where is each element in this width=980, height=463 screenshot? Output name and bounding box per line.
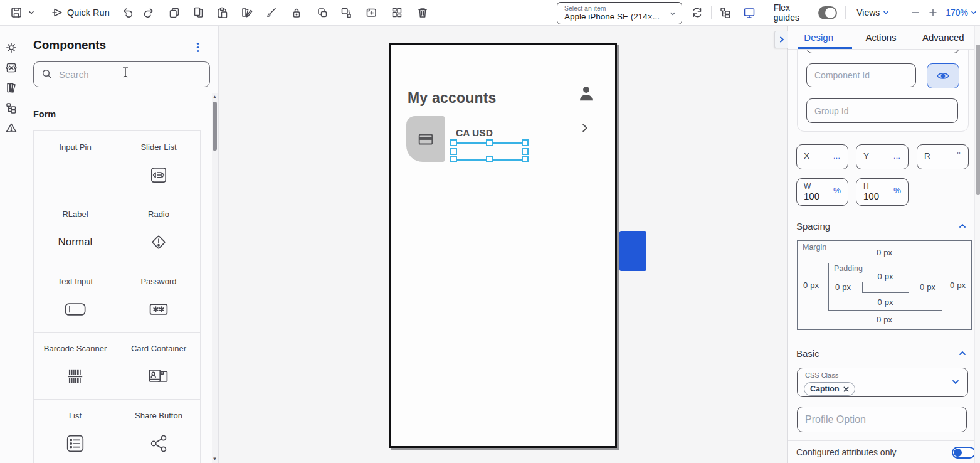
toolbar-divider [711, 6, 712, 19]
selected-element-overlay[interactable] [453, 142, 525, 161]
css-class-select[interactable]: CSS Class Caption [797, 368, 968, 397]
selection-handle[interactable] [486, 156, 493, 162]
margin-bottom-value[interactable]: 0px [798, 315, 971, 324]
padding-left-value[interactable]: 0px [835, 282, 851, 292]
panel-menu-button[interactable] [196, 42, 199, 53]
selection-handle[interactable] [450, 156, 457, 162]
account-label[interactable]: CA USD [456, 127, 493, 139]
undo-button[interactable] [119, 3, 137, 22]
components-panel: Components Form Input Pin Slider List RL… [23, 26, 219, 463]
paste-button[interactable] [213, 3, 231, 22]
selection-handle[interactable] [450, 148, 457, 155]
refresh-button[interactable] [688, 3, 706, 22]
tile-input-pin[interactable]: Input Pin [34, 131, 117, 198]
canvas-blue-block[interactable] [619, 231, 646, 271]
quick-run-button[interactable]: Quick Run [48, 3, 112, 22]
tree-view-button[interactable] [717, 3, 734, 22]
selection-handle[interactable] [522, 156, 529, 162]
spacing-collapse-button[interactable] [958, 222, 967, 230]
tile-radio[interactable]: Radio [117, 198, 201, 265]
width-field[interactable]: W 100 % [796, 178, 848, 206]
rotation-field[interactable]: R ° [917, 144, 969, 169]
save-icon [10, 6, 23, 19]
group-button[interactable] [313, 3, 331, 22]
tile-list[interactable]: List [34, 400, 117, 463]
profile-option-input[interactable] [797, 407, 967, 432]
selection-handle[interactable] [486, 139, 493, 146]
tile-slider-list[interactable]: Slider List [117, 131, 201, 198]
duplicate-button[interactable] [189, 3, 207, 22]
flex-guides-toggle[interactable] [818, 6, 838, 19]
group-id-input[interactable] [806, 98, 958, 123]
x-value: ... [833, 151, 840, 161]
tile-barcode-scanner[interactable]: Barcode Scanner [34, 333, 117, 400]
scroll-up-arrow[interactable]: ▲ [212, 94, 218, 100]
scrollbar-thumb[interactable] [976, 45, 980, 195]
components-rail-button[interactable] [5, 61, 18, 74]
padding-bottom-value[interactable]: 0px [829, 297, 942, 307]
screen-title[interactable]: My accounts [408, 90, 497, 107]
copy-button[interactable] [166, 3, 183, 22]
visibility-button[interactable] [927, 63, 959, 88]
brush-button[interactable] [262, 3, 280, 22]
y-position-field[interactable]: Y ... [856, 144, 909, 169]
tile-share-button[interactable]: Share Button [117, 400, 201, 463]
delete-button[interactable] [414, 3, 431, 22]
account-card-tile[interactable] [406, 116, 445, 162]
height-field[interactable]: H 100 % [856, 178, 909, 206]
settings-rail-button[interactable] [5, 41, 18, 54]
redo-button[interactable] [140, 3, 157, 22]
tab-actions[interactable]: Actions [850, 26, 912, 49]
device-selector[interactable]: Select an item Apple iPhone SE (214×... [557, 2, 682, 24]
zoom-level-dropdown[interactable]: 170% [943, 3, 980, 22]
panel-scrollbar[interactable]: ▲ ▼ [212, 93, 218, 463]
margin-right-value[interactable]: 0px [950, 280, 966, 290]
margin-left-value[interactable]: 0px [803, 280, 819, 290]
tile-card-container[interactable]: Card Container [117, 333, 201, 400]
tile-rlabel[interactable]: RLabel Normal [34, 198, 117, 265]
views-dropdown[interactable]: Views [854, 3, 892, 22]
margin-top-value[interactable]: 0px [798, 248, 971, 257]
scroll-down-arrow[interactable]: ▼ [212, 456, 218, 462]
chevron-right-icon[interactable] [579, 122, 591, 134]
password-icon [147, 297, 171, 321]
tab-advanced[interactable]: Advanced [912, 26, 974, 49]
save-menu-chevron[interactable] [25, 3, 38, 22]
tab-design[interactable]: Design [788, 26, 850, 49]
tile-text-input[interactable]: Text Input [34, 265, 117, 333]
hierarchy-rail-button[interactable] [5, 102, 18, 114]
padding-top-value[interactable]: 0px [829, 272, 942, 281]
tile-password[interactable]: Password [117, 265, 201, 333]
layout-button[interactable] [388, 3, 406, 22]
configured-attributes-toggle[interactable] [952, 447, 976, 459]
selection-handle[interactable] [450, 139, 457, 146]
panel-collapse-button[interactable] [774, 31, 789, 48]
warnings-rail-button[interactable] [5, 122, 18, 134]
ungroup-button[interactable] [337, 3, 355, 22]
zoom-out-button[interactable] [908, 3, 923, 22]
new-file-icon [365, 6, 377, 19]
design-canvas[interactable]: My accounts CA USD [219, 26, 787, 463]
library-rail-button[interactable] [5, 82, 18, 94]
padding-right-value[interactable]: 0px [920, 282, 935, 292]
paintbrush-icon [265, 6, 277, 19]
add-frame-button[interactable] [362, 3, 380, 22]
zoom-in-button[interactable] [925, 3, 940, 22]
phone-frame[interactable]: My accounts CA USD [389, 43, 617, 448]
selection-handle[interactable] [522, 148, 529, 155]
save-button[interactable] [8, 3, 25, 22]
preview-button[interactable] [740, 3, 758, 22]
component-id-input[interactable] [806, 63, 916, 87]
x-position-field[interactable]: X ... [796, 144, 848, 169]
basic-collapse-button[interactable] [958, 349, 967, 357]
profile-person-icon[interactable] [577, 84, 596, 103]
css-class-chip[interactable]: Caption [804, 382, 855, 396]
lock-button[interactable] [288, 3, 305, 22]
inspector-scrollbar[interactable] [974, 26, 980, 463]
scrollbar-thumb[interactable] [213, 102, 217, 151]
theme-button[interactable] [238, 3, 255, 22]
minus-icon [910, 8, 920, 18]
toggle-knob [825, 8, 836, 18]
chip-remove-icon[interactable] [843, 386, 849, 392]
selection-handle[interactable] [522, 139, 529, 146]
